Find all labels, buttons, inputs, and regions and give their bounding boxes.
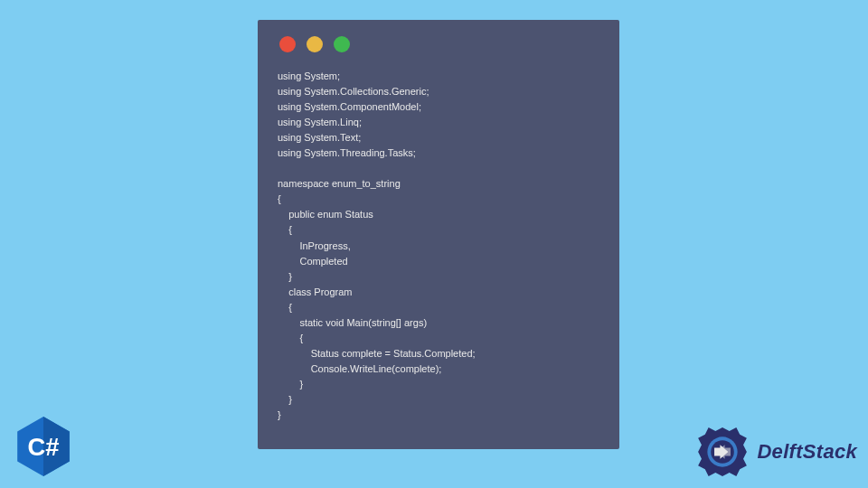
code-window: using System; using System.Collections.G… xyxy=(258,20,619,449)
delftstack-logo: DelftStack xyxy=(693,423,857,481)
window-traffic-lights xyxy=(279,36,599,52)
minimize-icon xyxy=(307,36,323,52)
close-icon xyxy=(279,36,296,52)
csharp-label-text: C# xyxy=(28,433,60,461)
code-content: using System; using System.Collections.G… xyxy=(278,69,599,423)
maximize-icon xyxy=(334,36,350,52)
delftstack-emblem-icon xyxy=(693,423,751,481)
csharp-badge: C# xyxy=(11,414,76,479)
delftstack-label: DelftStack xyxy=(757,440,857,464)
